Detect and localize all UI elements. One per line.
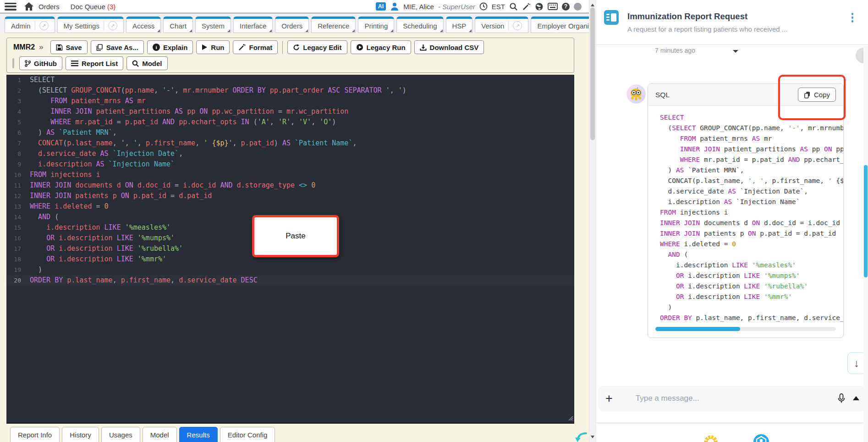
- code-line: SELECT: [655, 111, 836, 122]
- nav-tab-chart[interactable]: Chart: [163, 17, 193, 33]
- home-icon[interactable]: [24, 2, 34, 11]
- dropdown-corner-icon: [157, 29, 160, 32]
- code-line: i.description LIKE '%measles%': [655, 259, 836, 270]
- nav-tab-printing[interactable]: Printing: [358, 17, 394, 33]
- toolbar-row-1: MMR2 » Save Save As... i Explain Run For…: [7, 38, 574, 56]
- ai-badge[interactable]: AI: [376, 2, 386, 11]
- scroll-down-arrow-icon[interactable]: [591, 436, 594, 440]
- legacy-run-button[interactable]: Legacy Run: [351, 40, 411, 54]
- code-line: ): [655, 301, 836, 312]
- scrollbar-thumb[interactable]: [590, 7, 595, 140]
- nav-tab-label: Chart: [170, 22, 187, 30]
- github-button[interactable]: GitHub: [19, 56, 62, 70]
- run-button[interactable]: Run: [196, 40, 230, 54]
- code-line: 4 INNER JOIN patient_partitions AS pp ON…: [6, 106, 574, 117]
- nav-tab-interface[interactable]: Interface: [233, 17, 273, 33]
- clock-icon[interactable]: [479, 2, 488, 11]
- keyboard-icon[interactable]: [548, 3, 558, 10]
- nav-tab-access[interactable]: Access: [126, 17, 161, 33]
- save-as-button[interactable]: Save As...: [91, 40, 144, 54]
- status-circle-icon[interactable]: [574, 3, 582, 11]
- search-icon[interactable]: [509, 2, 518, 11]
- kebab-menu-icon[interactable]: [851, 12, 855, 23]
- tab-usages[interactable]: Usages: [101, 427, 140, 442]
- nav-tab-version[interactable]: Version↗: [475, 17, 528, 33]
- external-link-icon[interactable]: ↗: [108, 21, 117, 30]
- drag-handle[interactable]: [12, 58, 14, 68]
- nav-tab-hsp[interactable]: HSP: [446, 17, 473, 33]
- message-input-row: +: [598, 386, 867, 411]
- ai-chat-panel: Immunization Report Request A request fo…: [596, 0, 868, 442]
- tab-model[interactable]: Model: [143, 427, 177, 442]
- toolbar-row-2: GitHub Report List Model: [7, 56, 574, 72]
- model-button[interactable]: Model: [126, 56, 167, 70]
- nav-tab-system[interactable]: System: [195, 17, 231, 33]
- code-line: FROM injections i: [655, 206, 836, 217]
- format-button[interactable]: Format: [233, 40, 278, 54]
- magic-wand-icon[interactable]: [522, 2, 531, 11]
- nav-tab-label: My Settings: [64, 22, 99, 30]
- nav-tab-employer-organizations[interactable]: Employer Organizations↗: [531, 17, 589, 33]
- code-line: AND (: [655, 249, 836, 259]
- toolbar-container: MMR2 » Save Save As... i Explain Run For…: [6, 38, 574, 73]
- code-line: 7 CONCAT(p.last_name, ', ', p.first_name…: [6, 138, 574, 149]
- nav-tab-my-settings[interactable]: My Settings↗: [57, 17, 124, 33]
- nav-tab-label: Orders: [281, 22, 302, 30]
- code-line: INNER JOIN patient_partitions AS pp ON p…: [655, 143, 836, 154]
- save-icon: [56, 44, 63, 51]
- progress-fill: [655, 327, 740, 331]
- sun-ring-icon[interactable]: [703, 434, 719, 442]
- download-csv-button[interactable]: Download CSV: [414, 40, 484, 54]
- frame-scrollbar[interactable]: [589, 0, 596, 442]
- return-arrow-icon[interactable]: [575, 432, 588, 442]
- globe-icon[interactable]: [535, 2, 544, 11]
- blue-app-badge-icon[interactable]: [753, 434, 769, 442]
- microphone-icon[interactable]: [837, 393, 846, 403]
- hamburger-menu-icon[interactable]: [5, 3, 16, 11]
- scroll-to-bottom-button[interactable]: ↓: [847, 352, 866, 374]
- nav-tab-orders[interactable]: Orders: [275, 17, 309, 33]
- copy-button[interactable]: Copy: [798, 88, 836, 102]
- expand-chevrons[interactable]: »: [39, 43, 43, 52]
- tab-label: History: [70, 431, 91, 439]
- code-line: 11INNER JOIN documents d ON d.doc_id = i…: [6, 180, 574, 191]
- code-line: ) AS `Patient MRN`,: [655, 164, 836, 175]
- nav-tab-scheduling[interactable]: Scheduling: [396, 17, 443, 33]
- main-app-frame: Orders Doc Queue (3) AI MIE, Alice - Sup…: [0, 0, 589, 442]
- doc-queue-label: Doc Queue: [71, 3, 105, 11]
- nav-tab-reference[interactable]: Reference: [311, 17, 356, 33]
- tab-report-info[interactable]: Report Info: [10, 427, 60, 442]
- page-scrollbar-thumb[interactable]: [864, 165, 868, 277]
- tab-results[interactable]: Results: [179, 427, 218, 442]
- legacy-edit-label: Legacy Edit: [303, 44, 341, 51]
- collapse-caret-icon[interactable]: [733, 50, 738, 55]
- nav-tab-admin[interactable]: Admin↗: [5, 17, 55, 33]
- user-name: MIE, Alice: [403, 3, 434, 11]
- code-line: ORDER BY p.last_name, p.first_name, d.se…: [655, 312, 836, 322]
- history-icon: [293, 44, 300, 51]
- breadcrumb-orders[interactable]: Orders: [38, 3, 60, 11]
- explain-button[interactable]: i Explain: [147, 40, 193, 54]
- help-icon[interactable]: ?: [562, 3, 570, 11]
- explain-label: Explain: [163, 44, 187, 51]
- code-line: (SELECT GROUP_CONCAT(pp.name, '-', mr.mr…: [655, 122, 836, 133]
- external-link-icon[interactable]: ↗: [513, 21, 522, 30]
- code-line: FROM patient_mrns AS mr: [655, 133, 836, 143]
- scroll-up-arrow-icon[interactable]: [591, 2, 594, 6]
- breadcrumb-doc-queue[interactable]: Doc Queue (3): [71, 3, 115, 11]
- copy-label: Copy: [814, 91, 830, 99]
- tab-history[interactable]: History: [62, 427, 99, 442]
- message-input[interactable]: [635, 393, 837, 403]
- paste-button-overlay[interactable]: Paste: [252, 215, 339, 257]
- collapse-input-caret-icon[interactable]: [853, 393, 859, 400]
- resize-grip-icon[interactable]: [567, 415, 573, 421]
- footer-divider: [596, 423, 868, 423]
- attach-plus-icon[interactable]: +: [605, 392, 613, 405]
- dropdown-corner-icon: [390, 29, 393, 32]
- tab-editor-config[interactable]: Editor Config: [220, 427, 275, 442]
- external-link-icon[interactable]: ↗: [39, 21, 49, 30]
- save-button[interactable]: Save: [50, 40, 88, 54]
- report-list-button[interactable]: Report List: [66, 56, 123, 70]
- code-line: 8 d.service_date AS `Injection Date`,: [6, 149, 574, 159]
- legacy-edit-button[interactable]: Legacy Edit: [287, 40, 347, 54]
